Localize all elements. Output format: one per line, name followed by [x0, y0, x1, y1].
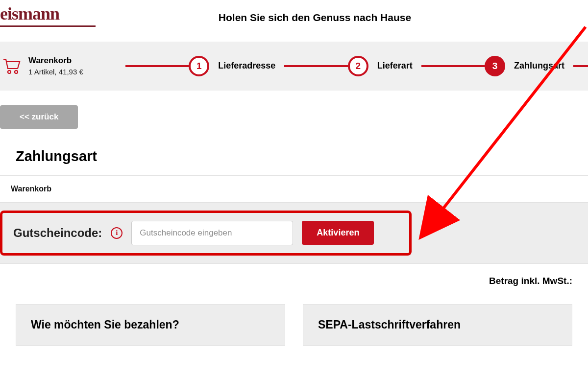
main-content: Zahlungsart	[0, 148, 588, 164]
payment-method-title: Wie möchten Sie bezahlen?	[31, 318, 270, 331]
page-title: Zahlungsart	[16, 148, 572, 164]
sepa-card: SEPA-Lastschriftverfahren	[303, 304, 572, 346]
cart-title: Warenkorb	[28, 55, 83, 66]
step-connector	[125, 65, 189, 67]
total-label: Betrag inkl. MwSt.:	[0, 264, 588, 298]
payment-section: Warenkorb Gutscheincode: i Aktivieren Be…	[0, 175, 588, 298]
cart-summary-text: Warenkorb 1 Artikel, 41,93 €	[28, 55, 83, 77]
coupon-bar: Gutscheincode: i Aktivieren	[0, 202, 588, 264]
step-connector	[421, 65, 485, 67]
svg-point-1	[15, 70, 18, 73]
step-3-label: Zahlungsart	[514, 61, 564, 71]
cart-icon	[3, 58, 21, 74]
header: eismann Holen Sie sich den Genuss nach H…	[0, 0, 588, 42]
cart-summary-block: Warenkorb 1 Artikel, 41,93 €	[3, 55, 111, 77]
payment-method-card: Wie möchten Sie bezahlen?	[16, 304, 285, 346]
logo-underline	[0, 25, 96, 27]
checkout-progress: Warenkorb 1 Artikel, 41,93 € 1 Lieferadr…	[0, 42, 588, 91]
coupon-input[interactable]	[131, 221, 293, 245]
svg-point-0	[8, 70, 11, 73]
payment-cards: Wie möchten Sie bezahlen? SEPA-Lastschri…	[0, 298, 588, 346]
coupon-highlight-box: Gutscheincode: i Aktivieren	[0, 211, 412, 256]
cart-subtitle: 1 Artikel, 41,93 €	[28, 67, 83, 77]
logo-block: eismann	[0, 5, 96, 27]
back-button[interactable]: << zurück	[0, 105, 78, 129]
step-1-circle[interactable]: 1	[189, 56, 209, 76]
info-icon[interactable]: i	[111, 227, 122, 239]
steps: 1 Lieferadresse 2 Lieferart 3 Zahlungsar…	[125, 56, 588, 76]
sepa-title: SEPA-Lastschriftverfahren	[318, 318, 557, 331]
step-1-label: Lieferadresse	[218, 61, 275, 71]
cart-section-label: Warenkorb	[0, 176, 588, 202]
step-2-circle[interactable]: 2	[348, 56, 368, 76]
step-2-label: Lieferart	[377, 61, 413, 71]
step-connector	[284, 65, 347, 67]
coupon-label: Gutscheincode:	[13, 226, 102, 240]
tagline: Holen Sie sich den Genuss nach Hause	[42, 12, 588, 24]
logo: eismann	[0, 5, 96, 23]
step-connector	[573, 65, 588, 67]
step-3-circle[interactable]: 3	[485, 56, 505, 76]
activate-button[interactable]: Aktivieren	[302, 221, 374, 245]
